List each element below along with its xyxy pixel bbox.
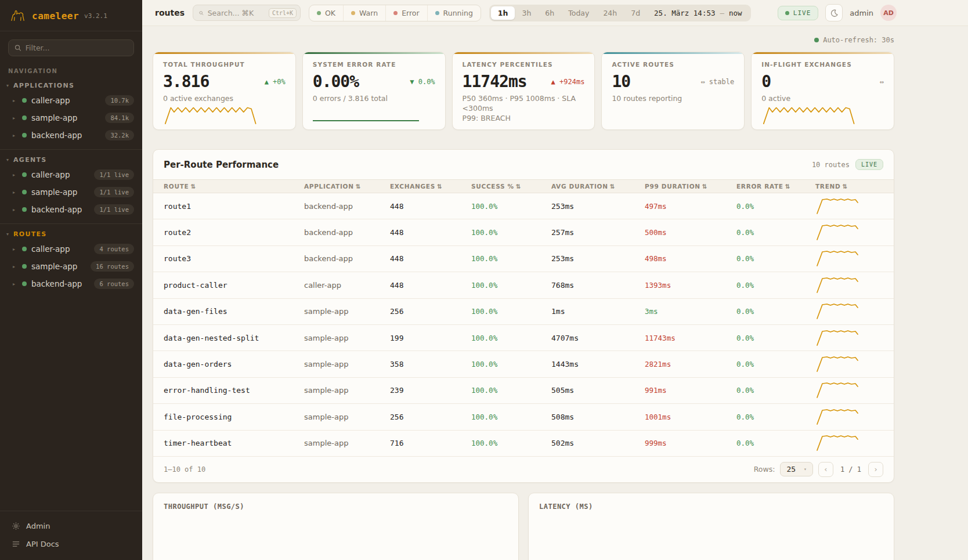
date-range[interactable]: 25. März 14:53—now [647,9,749,17]
moon-icon [830,9,839,17]
sidebar-item-sample-app[interactable]: ▸ sample-app 84.1k [0,109,142,127]
cell-error-rate: 0.0% [736,439,815,447]
cell-route: file-processing [164,413,304,421]
time-range-1h[interactable]: 1h [491,6,515,20]
table-row[interactable]: data-gen-orderssample-app358100.0%1443ms… [153,351,894,377]
sidebar-item-agent-backend-app[interactable]: ▸ backend-app 1/1 live [0,201,142,218]
table-row[interactable]: error-handling-testsample-app239100.0%50… [153,378,894,404]
cell-trend [815,328,884,348]
cell-success: 100.0% [471,386,551,395]
card-accent-bar [303,52,445,54]
global-search[interactable]: Ctrl+K [193,5,301,21]
date-separator: — [715,9,729,17]
sidebar-item-backend-app[interactable]: ▸ backend-app 32.2k [0,127,142,144]
table-row[interactable]: data-gen-nested-splitsample-app199100.0%… [153,325,894,351]
cell-route: route1 [164,202,304,211]
column-route[interactable]: ROUTE⇅ [164,183,304,190]
cell-avg-duration: 4707ms [551,334,645,342]
sidebar-section-agents[interactable]: ▾ AGENTS [0,151,142,166]
item-label: backend-app [31,205,89,214]
sidebar-section-routes[interactable]: ▾ ROUTES [0,225,142,240]
filter-warn[interactable]: Warn [344,5,386,21]
sidebar-section-applications[interactable]: ▾ APPLICATIONS [0,77,142,92]
avatar[interactable]: AD [880,5,897,21]
table-row[interactable]: route2backend-app448100.0%257ms500ms0.0% [153,219,894,245]
theme-toggle-button[interactable] [825,4,843,21]
sort-icon: ⇅ [610,183,616,190]
status-dot [22,133,27,138]
kpi-cards: TOTAL THROUGHPUT 3.816 ▲ +0% 0 active ex… [153,52,894,130]
column-avg-duration[interactable]: AVG DURATION⇅ [551,183,645,190]
sidebar-item-admin[interactable]: Admin [0,517,142,535]
filter-label: Warn [359,9,378,17]
chevron-right-icon: ▸ [13,172,17,178]
table-row[interactable]: route3backend-app448100.0%253ms498ms0.0% [153,246,894,272]
cell-exchanges: 358 [390,360,471,368]
table-row[interactable]: route1backend-app448100.0%253ms497ms0.0% [153,193,894,219]
table-row[interactable]: timer-heartbeatsample-app716100.0%502ms9… [153,431,894,457]
admin-label: Admin [26,522,50,530]
error-dot-icon [393,11,398,15]
username[interactable]: admin [850,9,873,17]
column-exchanges[interactable]: EXCHANGES⇅ [390,183,471,190]
search-input[interactable] [208,9,265,17]
time-range-3h[interactable]: 3h [515,6,538,20]
cell-route: route2 [164,228,304,237]
next-page-button[interactable]: › [868,462,883,477]
cell-trend [815,433,884,453]
cell-exchanges: 239 [390,386,471,395]
docs-list-icon [12,540,20,548]
cell-application: backend-app [304,202,390,211]
chevron-right-icon: ▸ [13,98,17,103]
sidebar: cameleer v3.2.1 NAVIGATION ▾ APPLICATION… [0,0,142,560]
column-p99-duration[interactable]: P99 DURATION⇅ [645,183,736,190]
time-range-7d[interactable]: 7d [624,6,647,20]
cell-application: backend-app [304,228,390,237]
table-row[interactable]: product-callercaller-app448100.0%768ms13… [153,272,894,298]
table-live-badge: LIVE [855,159,883,170]
sidebar-item-routes-caller-app[interactable]: ▸ caller-app 4 routes [0,240,142,258]
sidebar-item-agent-sample-app[interactable]: ▸ sample-app 1/1 live [0,183,142,201]
kpi-title: ACTIVE ROUTES [612,61,734,68]
prev-page-button[interactable]: ‹ [818,462,833,477]
sidebar-filter[interactable] [8,39,134,56]
kpi-latency-percentiles: LATENCY PERCENTILES 11742ms ▲ +924ms P50… [452,52,595,130]
chart-title: LATENCY (MS) [539,503,883,511]
column-success[interactable]: SUCCESS %⇅ [471,183,551,190]
sidebar-item-routes-sample-app[interactable]: ▸ sample-app 16 routes [0,258,142,275]
filter-error[interactable]: Error [386,5,427,21]
time-range-24h[interactable]: 24h [596,6,624,20]
time-range-today[interactable]: Today [561,6,596,20]
item-label: backend-app [31,279,89,288]
sidebar-item-agent-caller-app[interactable]: ▸ caller-app 1/1 live [0,166,142,183]
count-badge: 10.7k [105,95,134,106]
cell-application: sample-app [304,334,390,342]
chevron-down-icon: ▾ [804,467,807,472]
cell-success: 100.0% [471,254,551,263]
table-row[interactable]: file-processingsample-app256100.0%508ms1… [153,404,894,430]
sidebar-item-caller-app[interactable]: ▸ caller-app 10.7k [0,92,142,109]
filter-running[interactable]: Running [428,5,481,21]
column-application[interactable]: APPLICATION⇅ [304,183,390,190]
cell-application: caller-app [304,281,390,290]
cell-error-rate: 0.0% [736,281,815,290]
live-badge[interactable]: LIVE [778,6,819,20]
rows-per-page-select[interactable]: 25 ▾ [780,462,812,476]
filter-ok[interactable]: OK [309,5,344,21]
trend-sparkline [815,222,859,241]
app-logo[interactable]: cameleer v3.2.1 [0,0,142,31]
cell-exchanges: 448 [390,254,471,263]
gear-icon [12,522,20,530]
cell-trend [815,196,884,216]
column-trend[interactable]: TREND⇅ [815,183,884,190]
sidebar-item-api-docs[interactable]: API Docs [0,535,142,553]
sidebar-item-routes-backend-app[interactable]: ▸ backend-app 6 routes [0,275,142,292]
kpi-title: SYSTEM ERROR RATE [313,61,435,68]
trend-sparkline [815,328,859,346]
cell-avg-duration: 1ms [551,307,645,316]
time-range-6h[interactable]: 6h [538,6,561,20]
column-error-rate[interactable]: ERROR RATE⇅ [736,183,815,190]
table-row[interactable]: data-gen-filessample-app256100.0%1ms3ms0… [153,299,894,325]
cell-avg-duration: 1443ms [551,360,645,368]
filter-input[interactable] [26,44,128,52]
